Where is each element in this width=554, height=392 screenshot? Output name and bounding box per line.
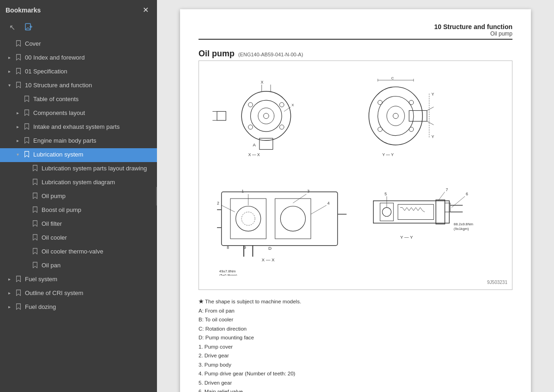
svg-line-70 — [403, 207, 405, 211]
svg-line-73 — [409, 207, 411, 211]
svg-point-44 — [236, 206, 261, 231]
bookmark-add-icon[interactable] — [22, 21, 35, 34]
svg-rect-80 — [436, 200, 445, 224]
sidebar-item-01-spec[interactable]: ▸ 01 Specification — [0, 65, 157, 79]
expand-icon-fuel-system[interactable]: ▸ — [6, 276, 13, 283]
sidebar-item-fuel-dozing[interactable]: ▸ Fuel dozing — [0, 301, 157, 314]
sidebar-item-oil-pan[interactable]: Oil pan — [0, 259, 157, 273]
bookmark-icon-oil-pump — [31, 193, 39, 200]
expand-icon-01-spec[interactable]: ▸ — [6, 68, 13, 75]
svg-line-79 — [422, 211, 425, 212]
bookmark-icon-boost-oil-pump — [31, 206, 39, 214]
svg-line-77 — [418, 207, 420, 211]
item-label-lub-diagram: Lubrication system diagram — [42, 178, 153, 187]
sidebar-item-boost-oil-pump[interactable]: Boost oil pump — [0, 204, 157, 217]
svg-line-85 — [438, 192, 445, 201]
bookmark-icon-components-layout — [23, 109, 30, 117]
svg-point-46 — [280, 206, 305, 231]
svg-text:X — X: X — X — [262, 257, 275, 262]
section-title: Oil pump (ENG140-AB59-041-N-00-A) — [199, 49, 512, 59]
svg-text:1: 1 — [241, 189, 244, 193]
bookmark-icon-intake-exhaust — [23, 123, 30, 131]
svg-point-9 — [248, 125, 253, 129]
svg-text:4: 4 — [327, 201, 330, 205]
svg-line-71 — [404, 207, 407, 211]
svg-point-3 — [241, 91, 290, 140]
sidebar-item-lub-parts-layout[interactable]: Lubrication system parts layout drawing — [0, 162, 157, 176]
expand-icon-fuel-dozing[interactable]: ▸ — [6, 304, 13, 310]
item-label-fuel-system: Fuel system — [25, 275, 153, 283]
expand-icon-engine-main[interactable]: ▸ — [14, 138, 21, 144]
sidebar-item-intake-exhaust[interactable]: ▸ Intake and exhaust system parts — [0, 121, 157, 134]
section-title-code: (ENG140-AB59-041-N-00-A) — [238, 52, 303, 57]
collapse-sidebar-button[interactable]: ◀ — [156, 187, 157, 205]
expand-icon-lubrication[interactable]: ▾ — [14, 151, 21, 158]
bookmark-icon-lub-parts-layout — [31, 165, 39, 172]
expand-icon-intake-exhaust[interactable]: ▸ — [14, 124, 21, 130]
sidebar-item-00-index[interactable]: ▸ 00 Index and foreword — [0, 51, 157, 65]
svg-text:Y — Y: Y — Y — [400, 235, 413, 240]
svg-text:X — X: X — X — [248, 152, 260, 157]
bookmark-icon-engine-main — [23, 137, 30, 145]
expand-icon-components-layout[interactable]: ▸ — [14, 110, 21, 116]
item-label-fuel-dozing: Fuel dozing — [25, 303, 153, 311]
svg-point-45 — [241, 212, 255, 225]
section-title-text: Oil pump — [199, 49, 235, 59]
bookmark-icon-oil-pan — [31, 262, 39, 269]
item-label-01-spec: 01 Specification — [25, 67, 153, 76]
item-label-components-layout: Components layout — [33, 109, 153, 117]
cursor-tool-icon[interactable]: ↖ — [6, 21, 18, 34]
svg-line-74 — [411, 207, 414, 211]
sidebar-item-cri-system[interactable]: ▸ Outline of CRI system — [0, 287, 157, 301]
sidebar-title: Bookmarks — [6, 6, 41, 14]
svg-point-31 — [378, 127, 382, 132]
oil-pump-diagram: X X — X A X — [204, 68, 507, 276]
sidebar-tree: Cover▸ 00 Index and foreword▸ 01 Specifi… — [0, 37, 157, 392]
svg-rect-41 — [222, 192, 338, 246]
sidebar-item-10-structure[interactable]: ▾ 10 Structure and function — [0, 79, 157, 93]
bookmark-icon-00-index — [15, 54, 22, 61]
sidebar-item-cover[interactable]: Cover — [0, 37, 157, 51]
svg-text:88.2±9.8Nm: 88.2±9.8Nm — [454, 222, 473, 226]
sidebar-item-oil-filter[interactable]: Oil filter — [0, 217, 157, 231]
svg-line-28 — [427, 121, 434, 125]
page-header-subsection: Oil pump — [199, 30, 512, 37]
sidebar-item-oil-pump[interactable]: Oil pump — [0, 190, 157, 204]
bookmark-icon-oil-filter — [31, 220, 39, 228]
svg-text:Y — Y: Y — Y — [382, 152, 394, 157]
svg-point-6 — [264, 113, 269, 119]
bookmark-icon-oil-cooler — [31, 234, 39, 241]
expand-icon-cri-system[interactable]: ▸ — [6, 290, 13, 296]
diagram-id: 9J503231 — [204, 278, 507, 285]
item-label-00-index: 00 Index and foreword — [25, 54, 153, 62]
sidebar-item-oil-cooler[interactable]: Oil cooler — [0, 231, 157, 245]
svg-point-29 — [378, 100, 382, 105]
page-header: 10 Structure and function Oil pump — [199, 23, 512, 40]
svg-text:6: 6 — [466, 192, 468, 196]
sidebar-item-lubrication[interactable]: ▾ Lubrication system — [0, 148, 157, 162]
expand-icon-10-structure[interactable]: ▾ — [6, 82, 13, 89]
expand-icon-00-index[interactable]: ▸ — [6, 54, 13, 61]
note-line-8: 4. Pump drive gear (Number of teeth: 20) — [199, 369, 512, 379]
sidebar-close-button[interactable]: ✕ — [140, 5, 151, 15]
bookmark-icon-fuel-dozing — [15, 303, 22, 311]
svg-text:D: D — [268, 246, 271, 251]
bookmark-icon-01-spec — [15, 68, 22, 75]
item-label-intake-exhaust: Intake and exhaust system parts — [33, 123, 153, 131]
svg-text:9: 9 — [244, 245, 246, 250]
sidebar-item-engine-main[interactable]: ▸ Engine main body parts — [0, 134, 157, 148]
sidebar-item-oil-cooler-thermo[interactable]: Oil cooler thermo-valve — [0, 245, 157, 259]
sidebar-item-fuel-system[interactable]: ▸ Fuel system — [0, 273, 157, 287]
bookmark-icon-fuel-system — [15, 276, 22, 283]
sidebar-item-components-layout[interactable]: ▸ Components layout — [0, 107, 157, 121]
sidebar-item-lub-diagram[interactable]: Lubrication system diagram — [0, 176, 157, 190]
svg-line-72 — [407, 207, 409, 211]
svg-point-8 — [280, 103, 284, 107]
note-line-9: 5. Driven gear — [199, 379, 512, 388]
sidebar-header: Bookmarks ✕ — [0, 0, 157, 19]
diagram-image: X X — X A X — [204, 66, 507, 278]
item-label-lub-parts-layout: Lubrication system parts layout drawing — [42, 164, 153, 173]
sidebar-item-table-contents[interactable]: Table of contents — [0, 93, 157, 107]
sidebar: Bookmarks ✕ ↖ Cover▸ 00 Index and forewo… — [0, 0, 157, 392]
note-line-3: C: Rotation direction — [199, 325, 512, 334]
